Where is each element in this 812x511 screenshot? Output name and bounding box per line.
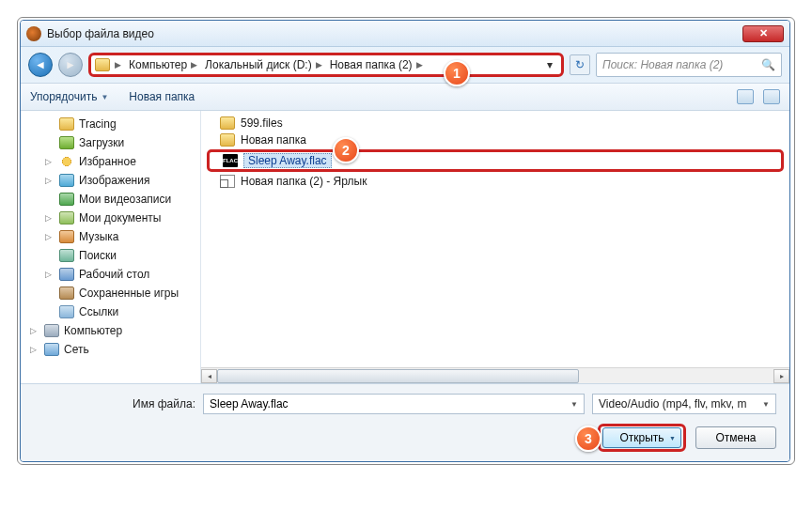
file-row[interactable]: 599.files (201, 115, 789, 132)
search-input[interactable]: Поиск: Новая папка (2) 🔍 (596, 53, 782, 77)
tree-item-icon (59, 155, 74, 168)
callout-2: 2 (333, 137, 359, 163)
breadcrumb-sep[interactable]: ▶ (112, 60, 124, 70)
breadcrumb-item[interactable]: Локальный диск (D:)▶ (202, 58, 325, 71)
search-placeholder: Поиск: Новая папка (2) (602, 58, 723, 71)
file-row[interactable]: Новая папка (201, 132, 789, 148)
breadcrumb-item[interactable]: Новая папка (2)▶ (327, 58, 426, 71)
tree-item-icon (59, 117, 74, 131)
nav-row: ◄ ► ▶ Компьютер▶ Локальный диск (D:)▶ Но… (21, 47, 789, 83)
scroll-right-button[interactable]: ▸ (773, 369, 789, 383)
footer: Имя файла: Sleep Away.flac▼ Video/Audio … (21, 383, 789, 461)
cancel-button[interactable]: Отмена (695, 426, 776, 449)
file-icon (220, 116, 235, 130)
tree-item-icon (59, 174, 74, 187)
file-icon (220, 175, 235, 188)
file-name: Sleep Away.flac (243, 154, 332, 167)
file-name: Новая папка (241, 133, 306, 147)
tree-item[interactable]: ▷Изображения (21, 171, 200, 190)
toolbar: Упорядочить▼ Новая папка (21, 83, 789, 111)
body: TracingЗагрузки▷Избранное▷ИзображенияМои… (21, 111, 789, 383)
callout-3: 3 (575, 426, 601, 452)
tree-item-label: Музыка (79, 230, 118, 243)
filetype-select[interactable]: Video/Audio (mp4, flv, mkv, m▼ (592, 394, 776, 414)
tree-item-icon (59, 211, 74, 225)
tree-item-label: Мои документы (79, 211, 161, 225)
titlebar: Выбор файла видео ✕ (21, 21, 789, 47)
expand-icon[interactable]: ▷ (30, 326, 39, 335)
scroll-left-button[interactable]: ◂ (201, 369, 217, 383)
tree-item[interactable]: Tracing (21, 115, 200, 133)
filename-input[interactable]: Sleep Away.flac▼ (203, 394, 585, 414)
tree-item[interactable]: ▷Рабочий стол (21, 265, 200, 284)
file-row[interactable]: Новая папка (2) - Ярлык (201, 173, 789, 190)
tree-item[interactable]: Поиски (21, 246, 200, 265)
scroll-thumb[interactable] (217, 369, 579, 383)
file-icon: FLAC (223, 154, 238, 167)
tree-item-label: Рабочий стол (79, 268, 149, 281)
tree-item-icon (44, 343, 59, 356)
tree-item[interactable]: ▷Компьютер (21, 321, 200, 340)
expand-icon[interactable]: ▷ (45, 176, 55, 185)
tree-item-label: Поиски (79, 249, 117, 262)
expand-icon[interactable]: ▷ (30, 345, 39, 354)
tree-item-label: Изображения (79, 174, 149, 187)
file-row[interactable]: FLACSleep Away.flac (207, 149, 784, 172)
tree-item-label: Ссылки (79, 305, 118, 318)
expand-icon[interactable]: ▷ (45, 232, 55, 241)
tree-item-label: Загрузки (79, 136, 124, 149)
new-folder-button[interactable]: Новая папка (129, 90, 195, 103)
back-button[interactable]: ◄ (28, 53, 53, 77)
horizontal-scrollbar[interactable]: ◂ ▸ (201, 367, 789, 383)
file-list[interactable]: 599.filesНовая папкаFLACSleep Away.flacН… (201, 111, 789, 194)
file-name: 599.files (241, 116, 283, 130)
address-dropdown[interactable]: ▾ (542, 58, 557, 71)
refresh-button[interactable]: ↻ (570, 54, 590, 75)
file-open-dialog: Выбор файла видео ✕ ◄ ► ▶ Компьютер▶ Лок… (20, 20, 790, 462)
tree-item-label: Избранное (79, 155, 136, 168)
app-icon (26, 26, 41, 41)
tree-item-icon (59, 305, 74, 318)
address-bar[interactable]: ▶ Компьютер▶ Локальный диск (D:)▶ Новая … (88, 53, 564, 77)
file-name: Новая папка (2) - Ярлык (241, 175, 367, 188)
tree-item-label: Мои видеозаписи (79, 193, 171, 206)
nav-tree[interactable]: TracingЗагрузки▷Избранное▷ИзображенияМои… (21, 111, 201, 383)
callout-1: 1 (444, 60, 470, 86)
view-options-button[interactable] (737, 89, 754, 104)
tree-item-icon (44, 324, 59, 337)
organize-button[interactable]: Упорядочить▼ (30, 90, 108, 103)
file-icon (220, 133, 235, 147)
window-title: Выбор файла видео (47, 27, 742, 40)
file-list-pane: 599.filesНовая папкаFLACSleep Away.flacН… (201, 111, 789, 383)
breadcrumb-item[interactable]: Компьютер▶ (126, 58, 200, 71)
tree-item-label: Сохраненные игры (79, 286, 179, 300)
tree-item[interactable]: ▷Мои документы (21, 209, 200, 227)
filename-label: Имя файла: (34, 397, 195, 410)
tree-item[interactable]: Ссылки (21, 302, 200, 321)
tree-item[interactable]: ▷Музыка (21, 227, 200, 246)
tree-item[interactable]: Сохраненные игры (21, 284, 200, 302)
search-icon: 🔍 (761, 58, 775, 71)
close-button[interactable]: ✕ (742, 25, 784, 42)
expand-icon[interactable]: ▷ (45, 213, 55, 223)
tree-item[interactable]: Загрузки (21, 133, 200, 152)
tree-item[interactable]: ▷Сеть (21, 340, 200, 359)
tree-item-label: Сеть (64, 343, 89, 356)
tree-item-icon (59, 230, 74, 243)
scroll-track[interactable] (217, 369, 773, 383)
forward-button[interactable]: ► (58, 53, 83, 77)
help-button[interactable] (763, 89, 780, 104)
expand-icon[interactable]: ▷ (45, 270, 55, 279)
open-button[interactable]: Открыть▼ (598, 424, 686, 452)
tree-item-label: Компьютер (64, 324, 122, 337)
expand-icon[interactable]: ▷ (45, 157, 55, 166)
tree-item-icon (59, 268, 74, 281)
tree-item-icon (59, 193, 74, 206)
tree-item-icon (59, 136, 74, 149)
tree-item[interactable]: Мои видеозаписи (21, 190, 200, 209)
tree-item-icon (59, 286, 74, 300)
tree-item-icon (59, 249, 74, 262)
tree-item-label: Tracing (79, 117, 117, 131)
tree-item[interactable]: ▷Избранное (21, 152, 200, 171)
folder-icon (95, 58, 110, 71)
